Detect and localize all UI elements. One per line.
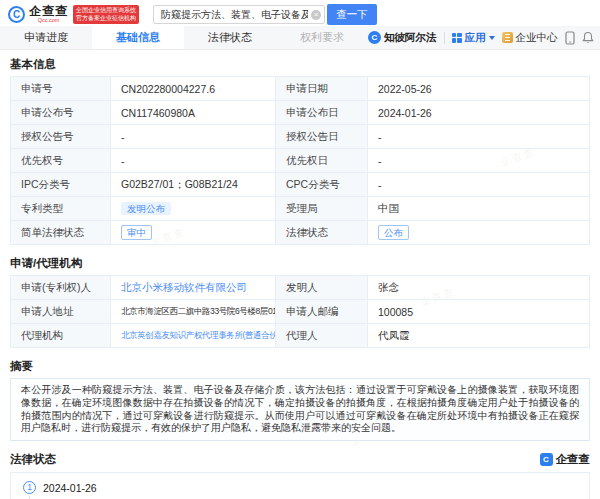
badge-line2: 官方备案企业征信机构 xyxy=(76,15,136,23)
field-value: 张念 xyxy=(368,276,589,299)
field-value: - xyxy=(368,173,589,196)
table-row: 申请号 CN202280004227.6 申请日期 2022-05-26 xyxy=(11,77,589,101)
apps-menu[interactable]: 应用 xyxy=(452,31,495,45)
field-value: 审中 xyxy=(111,221,276,244)
top-header: C 企查查 Qcc.com 全国企业信用查询系统 官方备案企业征信机构 × 查一… xyxy=(0,0,600,26)
qcc-footer-logo-icon: C xyxy=(540,453,553,466)
status-badge: 审中 xyxy=(121,225,152,240)
divider xyxy=(444,32,445,44)
field-value: - xyxy=(368,125,589,148)
field-label: 申请(专利权)人 xyxy=(11,276,111,299)
mobile-phone-icon[interactable] xyxy=(565,31,575,45)
agency-link[interactable]: 北京英创嘉友知识产权代理事务所(普通合伙) xyxy=(121,330,276,342)
field-label: 优先权日 xyxy=(276,149,368,172)
field-label: 申请公布号 xyxy=(11,101,111,124)
field-value: 北京英创嘉友知识产权代理事务所(普通合伙) xyxy=(111,324,276,347)
applicant-link[interactable]: 北京小米移动软件有限公司 xyxy=(121,281,247,295)
table-row: 专利类型 发明公布 受理局 中国 xyxy=(11,197,589,221)
zhibi-logo-icon: C xyxy=(368,31,381,44)
zhibi-label: 知彼阿尔法 xyxy=(384,31,437,45)
field-label: 申请人地址 xyxy=(11,300,111,323)
field-label: 简单法律状态 xyxy=(11,221,111,244)
table-row: 优先权号 - 优先权日 - xyxy=(11,149,589,173)
tab-bar: 申请进度 基础信息 法律状态 权利要求 C 知彼阿尔法 应用 企业中心 同步 S… xyxy=(0,26,600,50)
field-label: 授权公告号 xyxy=(11,125,111,148)
field-value: 发明公布 xyxy=(111,197,276,220)
search-input[interactable] xyxy=(153,5,325,24)
bell-icon[interactable] xyxy=(582,31,594,44)
field-value: 中国 xyxy=(368,197,589,220)
table-row: 授权公告号 - 授权公告日 - xyxy=(11,125,589,149)
timeline-date: 2024-01-26 xyxy=(43,482,97,494)
chevron-down-icon xyxy=(489,36,495,40)
field-value: - xyxy=(368,149,589,172)
field-value: 北京小米移动软件有限公司 xyxy=(111,276,276,299)
timeline-item: 1 2024-01-26 公布 xyxy=(23,481,577,499)
tab-basic-info[interactable]: 基础信息 xyxy=(92,26,184,49)
field-value: CN117460980A xyxy=(111,101,276,124)
enterprise-icon xyxy=(502,32,513,43)
tab-claims[interactable]: 权利要求 xyxy=(276,26,368,49)
status-badge: 公布 xyxy=(378,225,409,240)
table-row: 申请(专利权)人 北京小米移动软件有限公司 发明人 张念 xyxy=(11,276,589,300)
qcc-logo-icon[interactable]: C xyxy=(8,6,25,23)
clear-icon[interactable]: × xyxy=(311,10,321,20)
field-value: 2024-01-26 xyxy=(368,101,589,124)
search-button[interactable]: 查一下 xyxy=(327,4,377,25)
field-label: 代理机构 xyxy=(11,324,111,347)
field-value: 公布 xyxy=(368,221,589,244)
section-title-abstract: 摘要 xyxy=(10,359,590,374)
field-value: - xyxy=(111,125,276,148)
qcc-footer-label: 企查查 xyxy=(556,452,591,467)
field-value: 2022-05-26 xyxy=(368,77,589,100)
timeline-index-badge: 1 xyxy=(23,481,36,494)
field-label: 发明人 xyxy=(276,276,368,299)
basic-info-table: 申请号 CN202280004227.6 申请日期 2022-05-26 申请公… xyxy=(10,76,590,245)
qcc-footer-brand[interactable]: C 企查查 xyxy=(540,452,591,467)
field-label: 申请日期 xyxy=(276,77,368,100)
field-label: 申请号 xyxy=(11,77,111,100)
field-value: G02B27/01；G08B21/24 xyxy=(111,173,276,196)
field-label: 申请人邮编 xyxy=(276,300,368,323)
tab-application-progress[interactable]: 申请进度 xyxy=(0,26,92,49)
field-value: 代凤霞 xyxy=(368,324,589,347)
enterprise-label: 企业中心 xyxy=(516,31,558,45)
field-value: 北京市海淀区西二旗中路33号院6号楼8层018号 xyxy=(111,300,276,323)
section-title-legal: 法律状态 xyxy=(10,452,56,467)
badge-line1: 全国企业信用查询系统 xyxy=(76,7,136,15)
abstract-text: 本公开涉及一种防窥提示方法、装置、电子设备及存储介质，该方法包括：通过设置于可穿… xyxy=(10,378,590,441)
field-value: 100085 xyxy=(368,300,589,323)
header-tools: C 知彼阿尔法 应用 企业中心 同步 SVIP 会员服务 xyxy=(368,26,600,49)
table-row: 申请人地址 北京市海淀区西二旗中路33号院6号楼8层018号 申请人邮编 100… xyxy=(11,300,589,324)
agency-table: 申请(专利权)人 北京小米移动软件有限公司 发明人 张念 申请人地址 北京市海淀… xyxy=(10,275,590,348)
apps-grid-icon xyxy=(452,33,462,43)
field-label: CPC分类号 xyxy=(276,173,368,196)
field-value: CN202280004227.6 xyxy=(111,77,276,100)
legal-status-timeline: 1 2024-01-26 公布 xyxy=(10,472,590,499)
section-title-agency: 申请/代理机构 xyxy=(10,256,590,271)
enterprise-center-link[interactable]: 企业中心 xyxy=(502,31,558,45)
brand-domain: Qcc.com xyxy=(29,18,68,24)
field-label: IPC分类号 xyxy=(11,173,111,196)
field-label: 申请公布日 xyxy=(276,101,368,124)
qcc-brand[interactable]: 企查查 Qcc.com xyxy=(29,5,68,24)
brand-name: 企查查 xyxy=(29,5,68,17)
search-bar: × 查一下 xyxy=(153,4,377,25)
certification-badge: 全国企业信用查询系统 官方备案企业征信机构 xyxy=(73,5,139,25)
timeline-head: 1 2024-01-26 xyxy=(23,481,577,494)
field-label: 授权公告日 xyxy=(276,125,368,148)
zhibi-alpha-link[interactable]: C 知彼阿尔法 xyxy=(368,31,437,45)
table-row: 申请公布号 CN117460980A 申请公布日 2024-01-26 xyxy=(11,101,589,125)
field-label: 代理人 xyxy=(276,324,368,347)
main-content: 基本信息 申请号 CN202280004227.6 申请日期 2022-05-2… xyxy=(0,57,600,499)
table-row: 简单法律状态 审中 法律状态 公布 xyxy=(11,221,589,245)
field-label: 专利类型 xyxy=(11,197,111,220)
apps-label: 应用 xyxy=(465,31,486,45)
table-row: 代理机构 北京英创嘉友知识产权代理事务所(普通合伙) 代理人 代凤霞 xyxy=(11,324,589,348)
field-label: 法律状态 xyxy=(276,221,368,244)
field-label: 受理局 xyxy=(276,197,368,220)
field-label: 优先权号 xyxy=(11,149,111,172)
patent-type-tag: 发明公布 xyxy=(121,202,171,216)
field-value: - xyxy=(111,149,276,172)
tab-legal-status[interactable]: 法律状态 xyxy=(184,26,276,49)
